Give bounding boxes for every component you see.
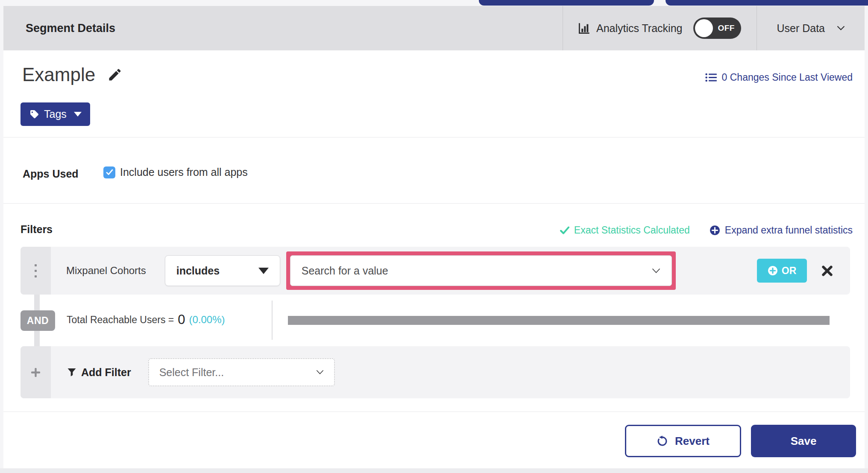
reachable-progress-bar xyxy=(288,316,830,325)
edit-pencil-icon[interactable] xyxy=(107,67,123,82)
reachable-count: 0 xyxy=(178,312,185,327)
segment-name: Example xyxy=(22,64,95,85)
revert-button-label: Revert xyxy=(675,435,710,448)
chevron-down-icon xyxy=(837,26,845,31)
filter-row: Mixpanel Cohorts includes Search for a v… xyxy=(21,247,850,295)
highlight-outline: Search for a value xyxy=(286,251,676,290)
expand-funnel-label: Expand extra funnel statistics xyxy=(725,225,853,236)
include-all-apps-row: Include users from all apps xyxy=(103,166,248,178)
save-button[interactable]: Save xyxy=(751,425,856,457)
check-icon xyxy=(560,226,569,234)
user-data-dropdown[interactable]: User Data xyxy=(757,6,865,50)
top-cutoff-button-left[interactable] xyxy=(479,0,654,6)
revert-button[interactable]: Revert xyxy=(625,425,741,457)
analytics-tracking-toggle[interactable]: OFF xyxy=(693,18,741,39)
caret-down-icon xyxy=(74,112,82,117)
tags-button[interactable]: Tags xyxy=(21,102,90,126)
and-badge: AND xyxy=(21,310,55,331)
page-title: Segment Details xyxy=(3,22,115,35)
drag-handle[interactable] xyxy=(21,247,51,295)
user-data-label: User Data xyxy=(777,22,825,35)
analytics-tracking-section: Analytics Tracking OFF xyxy=(563,6,757,50)
segment-title-row: Example xyxy=(22,64,123,85)
plus-circle-icon xyxy=(710,225,720,236)
add-filter-label-group: Add Filter xyxy=(67,366,131,379)
operator-value: includes xyxy=(176,265,220,277)
include-all-apps-checkbox[interactable] xyxy=(103,166,115,178)
select-filter-placeholder: Select Filter... xyxy=(159,366,224,379)
select-filter-dropdown[interactable]: Select Filter... xyxy=(148,358,335,386)
filter-stats-row: Exact Statistics Calculated Expand extra… xyxy=(560,225,853,236)
include-all-apps-label: Include users from all apps xyxy=(120,166,248,178)
chevron-down-icon xyxy=(652,268,660,274)
changes-since-last-viewed-link[interactable]: 0 Changes Since Last Viewed xyxy=(705,72,853,83)
chevron-down-icon xyxy=(316,370,324,375)
remove-filter-icon[interactable] xyxy=(821,265,833,277)
vertical-divider xyxy=(272,301,273,340)
drag-dots-icon xyxy=(35,264,37,277)
operator-select[interactable]: includes xyxy=(165,255,280,286)
reachable-label: Total Reachable Users = xyxy=(67,314,174,326)
add-filter-row: Add Filter Select Filter... xyxy=(21,346,850,398)
tags-button-label: Tags xyxy=(44,108,67,120)
header-bar: Segment Details Analytics Tracking OFF U… xyxy=(3,6,865,50)
toggle-state-label: OFF xyxy=(718,23,735,33)
bar-chart-icon xyxy=(578,22,590,34)
filters-heading: Filters xyxy=(21,223,53,236)
analytics-tracking-label: Analytics Tracking xyxy=(596,22,682,35)
toggle-knob xyxy=(695,19,713,37)
add-filter-plus-column[interactable] xyxy=(21,346,51,398)
exact-statistics-label: Exact Statistics Calculated xyxy=(574,225,690,236)
plus-circle-icon xyxy=(768,266,778,276)
changes-link-label: 0 Changes Since Last Viewed xyxy=(722,72,853,83)
add-filter-label: Add Filter xyxy=(81,366,131,379)
divider xyxy=(3,412,865,412)
segment-details-card: Example 0 Changes Since Last Viewed Tags… xyxy=(3,50,865,468)
total-reachable-users: Total Reachable Users = 0 (0.00%) xyxy=(67,307,225,332)
add-or-button[interactable]: OR xyxy=(757,259,807,283)
save-button-label: Save xyxy=(791,435,817,448)
value-search-select[interactable]: Search for a value xyxy=(290,255,672,286)
exact-statistics-status: Exact Statistics Calculated xyxy=(560,225,690,236)
page-bottom-edge xyxy=(0,468,868,473)
divider xyxy=(3,203,865,204)
revert-undo-icon xyxy=(657,435,668,447)
plus-icon xyxy=(31,368,40,377)
funnel-icon xyxy=(67,368,76,377)
top-cutoff-button-right[interactable] xyxy=(666,0,868,6)
reachable-percent: (0.00%) xyxy=(189,314,225,326)
or-button-label: OR xyxy=(782,265,797,277)
filter-name: Mixpanel Cohorts xyxy=(66,265,146,277)
divider xyxy=(3,137,865,137)
value-search-placeholder: Search for a value xyxy=(302,265,388,277)
expand-funnel-link[interactable]: Expand extra funnel statistics xyxy=(710,225,853,236)
tag-icon xyxy=(29,109,39,120)
changes-list-icon xyxy=(705,73,717,82)
triangle-down-icon xyxy=(258,268,269,274)
apps-used-label: Apps Used xyxy=(23,168,79,180)
